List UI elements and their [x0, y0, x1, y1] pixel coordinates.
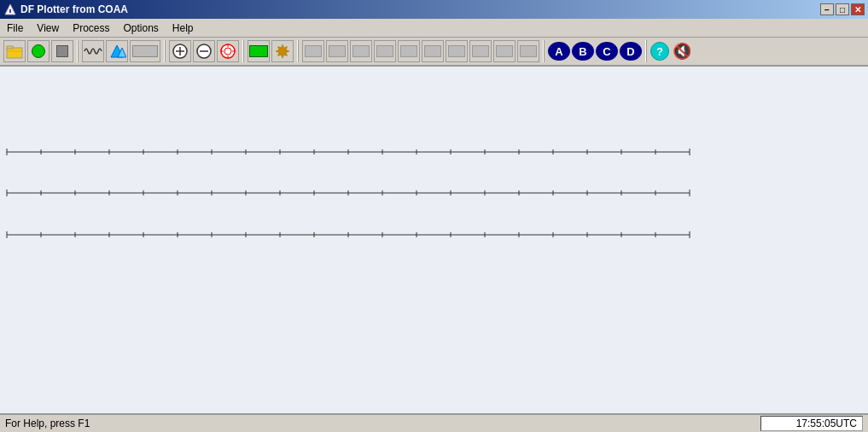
- stop-icon: [56, 45, 68, 57]
- gray-btn-2[interactable]: [326, 40, 348, 62]
- green-active-icon: [249, 45, 268, 57]
- sound-button[interactable]: 🔇: [671, 42, 693, 61]
- separator-2: [164, 40, 166, 62]
- gray-btn-6[interactable]: [422, 40, 444, 62]
- gray-btn-9[interactable]: [493, 40, 516, 62]
- gray-btn-3[interactable]: [350, 40, 372, 62]
- ticks-line-3: [7, 231, 690, 238]
- channel-a-button[interactable]: A: [548, 42, 570, 61]
- gray-icon-7: [448, 45, 465, 57]
- help-text: For Help, press F1: [5, 417, 90, 429]
- open-button[interactable]: [3, 40, 26, 62]
- wave-button[interactable]: [82, 40, 104, 62]
- gray-bar-button[interactable]: [130, 40, 160, 62]
- settings-icon: [274, 43, 291, 60]
- green-active-button[interactable]: [248, 40, 270, 62]
- peaks-button[interactable]: [106, 40, 128, 62]
- peaks-icon: [108, 44, 126, 59]
- menu-options[interactable]: Options: [117, 19, 166, 37]
- menu-help[interactable]: Help: [166, 19, 201, 37]
- zoom-out-button[interactable]: [193, 40, 215, 62]
- gray-btn-4[interactable]: [374, 40, 396, 62]
- svg-rect-19: [0, 67, 868, 413]
- gray-icon-1: [305, 45, 322, 57]
- open-icon: [6, 44, 23, 59]
- svg-rect-2: [7, 48, 22, 58]
- separator-1: [77, 40, 79, 62]
- status-bar: For Help, press F1 17:55:05UTC: [0, 413, 868, 432]
- menu-file[interactable]: File: [0, 19, 30, 37]
- separator-6: [645, 40, 647, 62]
- close-button[interactable]: ✕: [851, 3, 865, 15]
- time-display: 17:55:05UTC: [760, 416, 863, 431]
- menu-bar: File View Process Options Help: [0, 19, 868, 38]
- main-plot-area: [0, 67, 868, 413]
- title-bar: DF Plotter from COAA − □ ✕: [0, 0, 868, 19]
- gray-btn-5[interactable]: [398, 40, 420, 62]
- wave-icon: [84, 44, 102, 58]
- settings-button[interactable]: [271, 40, 294, 62]
- target-button[interactable]: [217, 40, 239, 62]
- separator-5: [543, 40, 545, 62]
- svg-rect-3: [7, 46, 13, 49]
- app-icon: [3, 3, 17, 16]
- plot-svg: [0, 67, 868, 413]
- title-buttons: − □ ✕: [820, 3, 865, 15]
- target-icon: [219, 43, 236, 60]
- title-left: DF Plotter from COAA: [3, 3, 128, 16]
- title-text: DF Plotter from COAA: [20, 3, 128, 15]
- minimize-button[interactable]: −: [820, 3, 834, 15]
- gray-btn-1[interactable]: [302, 40, 324, 62]
- gray-icon-10: [520, 45, 537, 57]
- channel-d-button[interactable]: D: [620, 42, 642, 61]
- zoom-in-button[interactable]: [169, 40, 191, 62]
- separator-4: [297, 40, 299, 62]
- gray-icon-8: [472, 45, 489, 57]
- gray-btn-8[interactable]: [469, 40, 492, 62]
- gray-icon-2: [329, 45, 346, 57]
- zoom-out-icon: [195, 43, 213, 60]
- stop-button[interactable]: [51, 40, 73, 62]
- ticks-line-1: [7, 149, 690, 155]
- channel-b-button[interactable]: B: [572, 42, 594, 61]
- gray-icon-6: [424, 45, 441, 57]
- start-button[interactable]: [27, 40, 50, 62]
- ticks-line-2: [7, 190, 690, 196]
- green-circle-icon: [32, 44, 45, 58]
- menu-view[interactable]: View: [30, 19, 66, 37]
- channel-c-button[interactable]: C: [596, 42, 618, 61]
- gray-icon-5: [400, 45, 417, 57]
- gray-icon-4: [376, 45, 393, 57]
- help-button[interactable]: ?: [650, 42, 669, 61]
- gray-bar-icon: [132, 45, 158, 57]
- maximize-button[interactable]: □: [836, 3, 849, 15]
- gray-btn-7[interactable]: [446, 40, 468, 62]
- toolbar: A B C D ? 🔇: [0, 38, 868, 67]
- zoom-in-icon: [172, 43, 189, 60]
- gray-btn-10[interactable]: [517, 40, 539, 62]
- separator-3: [242, 40, 244, 62]
- menu-process[interactable]: Process: [66, 19, 116, 37]
- gray-icon-3: [352, 45, 370, 57]
- gray-icon-9: [496, 45, 513, 57]
